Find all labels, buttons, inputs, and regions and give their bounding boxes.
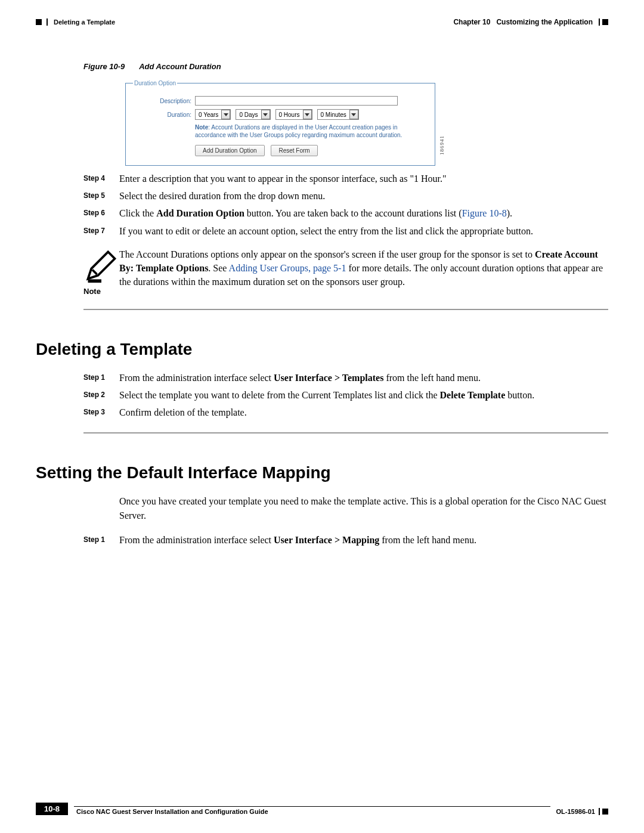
chevron-down-icon — [261, 110, 270, 119]
step-label: Step 6 — [83, 206, 119, 220]
fieldset-legend: Duration Option — [133, 80, 177, 86]
years-dropdown[interactable]: 0 Years — [195, 109, 231, 120]
user-groups-link[interactable]: Adding User Groups, page 5-1 — [229, 263, 346, 273]
note-text: The Account Durations options only appea… — [119, 247, 608, 296]
step-body: From the administration interface select… — [119, 533, 608, 547]
footer-square-icon — [602, 809, 608, 815]
step-label: Step 5 — [83, 189, 119, 203]
step-label: Step 4 — [83, 172, 119, 185]
delete-step-3: Step 3 Confirm deletion of the template. — [83, 405, 608, 419]
note-pen-icon — [83, 247, 119, 286]
figure-number: Figure 10-9 — [83, 62, 137, 71]
footer-guide-title: Cisco NAC Guest Server Installation and … — [74, 808, 550, 815]
heading-deleting-template: Deleting a Template — [36, 340, 608, 359]
section-divider — [83, 432, 608, 433]
figure-caption: Figure 10-9 Add Account Duration — [83, 62, 608, 71]
header-divider-right — [599, 18, 600, 26]
minutes-dropdown[interactable]: 0 Minutes — [317, 109, 359, 120]
note-label: Note — [83, 287, 119, 296]
note-block: Note The Account Durations options only … — [83, 247, 608, 296]
delete-step-2: Step 2 Select the template you want to d… — [83, 388, 608, 402]
header-section-title: Deleting a Template — [54, 18, 115, 26]
section-intro: Once you have created your template you … — [119, 494, 608, 522]
step-5: Step 5 Select the desired duration from … — [83, 189, 608, 203]
figure-link[interactable]: Figure 10-8 — [462, 208, 507, 218]
header-square-icon — [36, 19, 42, 25]
chevron-down-icon — [221, 110, 230, 119]
fieldset-note: Note: Account Durations are displayed in… — [195, 123, 422, 139]
step-body: Select the desired duration from the dro… — [119, 189, 608, 203]
screenshot-duration-option: Duration Option Description: Duration: 0… — [125, 80, 435, 166]
page-header: Deleting a Template Chapter 10 Customizi… — [36, 18, 608, 26]
hours-dropdown[interactable]: 0 Hours — [275, 109, 312, 120]
step-label: Step 7 — [83, 224, 119, 238]
step-7: Step 7 If you want to edit or delete an … — [83, 224, 608, 238]
page-footer: 10-8 Cisco NAC Guest Server Installation… — [36, 803, 608, 815]
header-chapter-label: Chapter 10 — [453, 18, 490, 26]
step-label: Step 1 — [83, 533, 119, 547]
step-4: Step 4 Enter a description that you want… — [83, 172, 608, 185]
page-number: 10-8 — [36, 803, 68, 815]
figure-title: Add Account Duration — [139, 62, 221, 71]
step-6: Step 6 Click the Add Duration Option but… — [83, 206, 608, 220]
duration-label: Duration: — [157, 112, 191, 118]
step-label: Step 3 — [83, 405, 119, 419]
step-label: Step 2 — [83, 388, 119, 402]
days-dropdown[interactable]: 0 Days — [236, 109, 270, 120]
heading-default-mapping: Setting the Default Interface Mapping — [36, 463, 608, 482]
header-square-icon-right — [602, 19, 608, 25]
description-label: Description: — [157, 98, 191, 104]
footer-divider — [599, 808, 600, 815]
add-duration-option-button[interactable]: Add Duration Option — [195, 145, 265, 156]
mapping-step-1: Step 1 From the administration interface… — [83, 533, 608, 547]
description-input[interactable] — [195, 96, 398, 106]
section-divider — [83, 309, 608, 310]
step-body: Enter a description that you want to app… — [119, 172, 608, 185]
delete-step-1: Step 1 From the administration interface… — [83, 371, 608, 385]
header-divider — [47, 18, 48, 26]
chevron-down-icon — [349, 110, 358, 119]
step-body: If you want to edit or delete an account… — [119, 224, 608, 238]
header-chapter-title: Customizing the Application — [496, 18, 593, 26]
reset-form-button[interactable]: Reset Form — [271, 145, 317, 156]
step-body: Select the template you want to delete f… — [119, 388, 608, 402]
step-body: From the administration interface select… — [119, 371, 608, 385]
chevron-down-icon — [303, 110, 312, 119]
screenshot-code: 186941 — [439, 135, 445, 155]
footer-doc-code: OL-15986-01 — [556, 808, 595, 815]
step-label: Step 1 — [83, 371, 119, 385]
step-body: Confirm deletion of the template. — [119, 405, 608, 419]
step-body: Click the Add Duration Option button. Yo… — [119, 206, 608, 220]
